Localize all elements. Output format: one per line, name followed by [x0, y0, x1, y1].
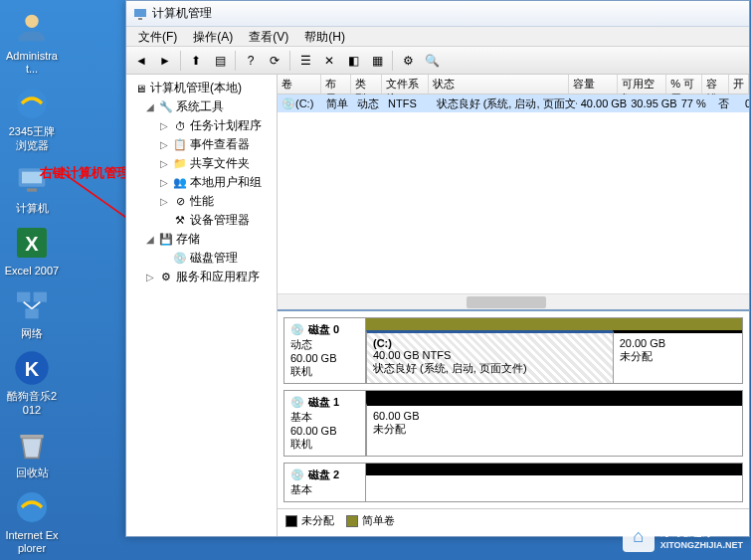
- desktop-icon-recycle[interactable]: 回收站: [4, 425, 60, 479]
- tree-task-scheduler[interactable]: ▷⏱任务计划程序: [156, 116, 275, 135]
- menubar: 文件(F) 操作(A) 查看(V) 帮助(H): [126, 27, 749, 47]
- volume-header: 卷 布局 类型 文件系统 状态 容量 可用空间 % 可用 容错 开: [278, 75, 749, 94]
- tree-storage[interactable]: ◢ 💾 存储: [142, 230, 275, 249]
- col-fs[interactable]: 文件系统: [382, 75, 429, 93]
- tree-label: 磁盘管理: [190, 250, 238, 267]
- expand-icon[interactable]: ▷: [158, 177, 170, 188]
- cell-free: 30.95 GB: [627, 96, 676, 110]
- scrollbar-thumb[interactable]: [467, 296, 546, 308]
- col-type[interactable]: 类型: [351, 75, 382, 93]
- col-oh[interactable]: 开: [729, 75, 749, 93]
- show-hide-button[interactable]: ▤: [209, 50, 231, 72]
- help-button[interactable]: ?: [240, 50, 262, 72]
- properties-button[interactable]: ☰: [294, 50, 316, 72]
- col-ft[interactable]: 容错: [702, 75, 729, 93]
- col-volume[interactable]: 卷: [278, 75, 321, 93]
- disk-strip: [366, 318, 742, 330]
- computer-icon: 🖥: [132, 81, 148, 96]
- watermark-text: 系统之家: [660, 522, 743, 540]
- collapse-icon[interactable]: ◢: [144, 101, 156, 112]
- desktop-icon-excel[interactable]: X Excel 2007: [4, 223, 60, 278]
- tree-event-viewer[interactable]: ▷📋事件查看器: [156, 135, 275, 154]
- tree-users-groups[interactable]: ▷👥本地用户和组: [156, 173, 275, 192]
- expand-icon[interactable]: ▷: [158, 120, 170, 131]
- disk-strip: [366, 464, 742, 475]
- expand-icon[interactable]: ▷: [158, 158, 170, 169]
- volume-list-body[interactable]: 💿(C:) 简单 动态 NTFS 状态良好 (系统, 启动, 页面文件) 40.…: [278, 94, 749, 293]
- disk-name: 磁盘 0: [308, 322, 339, 337]
- forward-button[interactable]: ►: [154, 50, 176, 72]
- right-pane: 卷 布局 类型 文件系统 状态 容量 可用空间 % 可用 容错 开 💿(C:) …: [278, 75, 749, 536]
- desktop-icon-network[interactable]: 网络: [4, 285, 60, 340]
- tree-disk-management[interactable]: 💿磁盘管理: [156, 249, 275, 268]
- excel-icon: X: [12, 223, 52, 263]
- disk-type: 基本: [290, 410, 359, 425]
- col-cap[interactable]: 容量: [569, 75, 618, 93]
- cell-status: 状态良好 (系统, 启动, 页面文件): [433, 95, 577, 112]
- disk-icon: 💿: [172, 251, 188, 267]
- disk-partitions: [366, 464, 742, 501]
- disk-icon: 💿: [290, 323, 304, 336]
- expand-icon[interactable]: ▷: [144, 272, 156, 282]
- expand-icon[interactable]: ▷: [158, 139, 170, 150]
- disk-row-2[interactable]: 💿磁盘 2 基本: [283, 463, 743, 502]
- collapse-icon[interactable]: ◢: [144, 234, 156, 245]
- menu-view[interactable]: 查看(V): [241, 27, 296, 46]
- disk-layout-pane[interactable]: 💿磁盘 0 动态 60.00 GB 联机 (C:) 40.00 GB NTFS: [278, 309, 749, 536]
- settings-button[interactable]: ⚙: [397, 50, 419, 72]
- action1-button[interactable]: ◧: [342, 50, 364, 72]
- menu-action[interactable]: 操作(A): [185, 27, 241, 46]
- search-button[interactable]: 🔍: [421, 50, 443, 72]
- clock-icon: ⏱: [172, 118, 188, 134]
- ie-icon: [12, 84, 52, 123]
- tree-services[interactable]: ▷ ⚙ 服务和应用程序: [142, 268, 275, 286]
- services-icon: ⚙: [158, 270, 174, 285]
- titlebar[interactable]: 计算机管理: [126, 1, 749, 27]
- menu-help[interactable]: 帮助(H): [296, 27, 353, 46]
- tree-label: 本地用户和组: [190, 174, 262, 191]
- up-button[interactable]: ⬆: [185, 50, 207, 72]
- svg-text:K: K: [25, 359, 40, 381]
- window-title: 计算机管理: [152, 5, 212, 22]
- partition-c[interactable]: (C:) 40.00 GB NTFS 状态良好 (系统, 启动, 页面文件): [366, 330, 613, 383]
- col-status[interactable]: 状态: [429, 75, 569, 93]
- partition-unallocated[interactable]: 20.00 GB 未分配: [613, 330, 742, 383]
- storage-icon: 💾: [158, 232, 174, 248]
- network-icon: [12, 285, 52, 325]
- desktop-icon-admin[interactable]: Administrat...: [4, 8, 60, 76]
- tree-shared-folders[interactable]: ▷📁共享文件夹: [156, 154, 275, 173]
- disk-row-0[interactable]: 💿磁盘 0 动态 60.00 GB 联机 (C:) 40.00 GB NTFS: [283, 317, 743, 384]
- recycle-icon: [12, 425, 52, 465]
- action2-button[interactable]: ▦: [366, 50, 388, 72]
- tree-performance[interactable]: ▷⊘性能: [156, 192, 275, 211]
- menu-file[interactable]: 文件(F): [130, 27, 185, 46]
- desktop-icon-ie[interactable]: Internet Explorer: [4, 487, 60, 555]
- col-layout[interactable]: 布局: [321, 75, 352, 93]
- tree-root[interactable]: 🖥 计算机管理(本地): [128, 79, 275, 97]
- disk-row-1[interactable]: 💿磁盘 1 基本 60.00 GB 联机 60.00 GB 未分配: [283, 390, 743, 457]
- partition-unallocated[interactable]: 60.00 GB 未分配: [366, 403, 742, 456]
- part-status: 状态良好 (系统, 启动, 页面文件): [373, 361, 607, 376]
- tree-pane[interactable]: 🖥 计算机管理(本地) ◢ 🔧 系统工具 ▷⏱任务计划程序 ▷📋事件查看器 ▷📁…: [126, 75, 278, 536]
- col-pct[interactable]: % 可用: [666, 75, 702, 93]
- tools-icon: 🔧: [158, 99, 174, 115]
- volume-row-c[interactable]: 💿(C:) 简单 动态 NTFS 状态良好 (系统, 启动, 页面文件) 40.…: [278, 94, 749, 112]
- col-free[interactable]: 可用空间: [618, 75, 666, 93]
- back-button[interactable]: ◄: [130, 50, 152, 72]
- delete-button[interactable]: ✕: [318, 50, 340, 72]
- tree-system-tools[interactable]: ◢ 🔧 系统工具: [142, 97, 275, 116]
- tree-root-label: 计算机管理(本地): [150, 80, 242, 96]
- desktop-icon-2345[interactable]: 2345王牌浏览器: [4, 84, 60, 151]
- cell-layout: 简单: [322, 95, 353, 112]
- horizontal-scrollbar[interactable]: [278, 293, 749, 309]
- desktop-icon-kugou[interactable]: K 酷狗音乐2012: [4, 348, 60, 416]
- tree-device-manager[interactable]: ⚒设备管理器: [156, 211, 275, 230]
- refresh-button[interactable]: ⟳: [264, 50, 285, 72]
- expand-icon[interactable]: ▷: [158, 196, 170, 207]
- disk-status: 联机: [290, 437, 359, 452]
- svg-point-1: [17, 89, 47, 118]
- part-status: 未分配: [620, 349, 736, 364]
- event-icon: 📋: [172, 137, 188, 153]
- annotation-text: 右键计算机管理: [40, 164, 130, 182]
- disk-partitions: (C:) 40.00 GB NTFS 状态良好 (系统, 启动, 页面文件) 2…: [366, 318, 742, 383]
